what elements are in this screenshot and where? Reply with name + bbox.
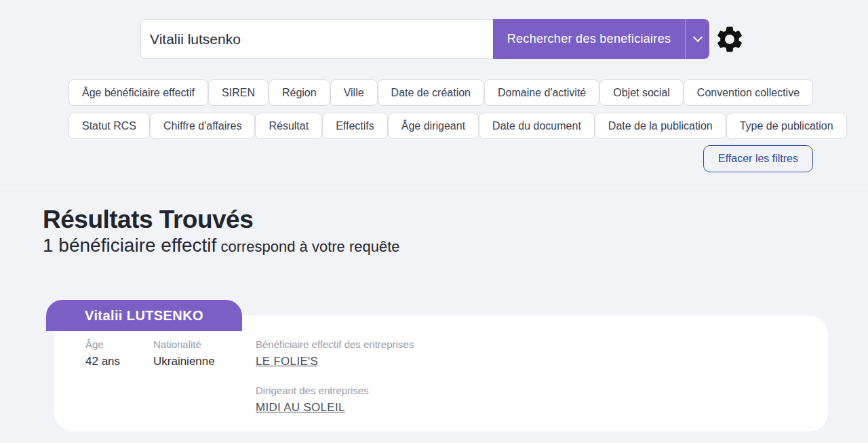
nationality-column: Nationalité Ukrainienne: [153, 339, 256, 431]
page: Rechercher des beneficiaires Âge bénéfic…: [0, 19, 868, 431]
director-of-label: Dirigeant des entreprises: [256, 385, 828, 396]
age-label: Âge: [85, 339, 153, 350]
age-value: 42 ans: [85, 355, 153, 368]
clear-filters-row: Effacer les filtres: [68, 145, 813, 172]
filter-row-1: Âge bénéficiaire effectifSIRENRégionVill…: [68, 79, 813, 106]
nationality-label: Nationalité: [153, 339, 256, 350]
beneficiary-of-label: Bénéficiaire effectif des entreprises: [256, 339, 828, 350]
company-link-le-folies[interactable]: LE FOLIE'S: [256, 355, 318, 368]
filter-chip-date-de-la-publication[interactable]: Date de la publication: [595, 113, 726, 139]
beneficiary-of-group: Bénéficiaire effectif des entreprises LE…: [256, 339, 828, 368]
results-count-suffix: correspond à votre requête: [216, 238, 399, 255]
results-subtitle: 1 bénéficiaire effectif correspond à vot…: [43, 235, 868, 256]
filter-chip-siren[interactable]: SIREN: [208, 79, 269, 106]
beneficiary-name-tab[interactable]: Vitalii LUTSENKO: [46, 300, 242, 331]
result-card-body: Âge 42 ans Nationalité Ukrainienne Bénéf…: [54, 315, 828, 431]
search-bar: Rechercher des beneficiaires: [140, 19, 868, 59]
section-divider: [0, 191, 868, 191]
filter-row-2: Statut RCSChiffre d'affairesRésultatEffe…: [68, 113, 813, 139]
filter-chip-region[interactable]: Région: [269, 79, 330, 106]
filter-chip-age-beneficiaire-effectif[interactable]: Âge bénéficiaire effectif: [68, 79, 208, 106]
filter-chip-convention-collective[interactable]: Convention collective: [684, 79, 813, 106]
clear-filters-button[interactable]: Effacer les filtres: [703, 145, 813, 172]
nationality-value: Ukrainienne: [153, 355, 256, 368]
beneficiary-name: Vitalii LUTSENKO: [85, 308, 203, 324]
filter-chip-type-de-publication[interactable]: Type de publication: [726, 113, 847, 139]
filter-chip-date-de-creation[interactable]: Date de création: [378, 79, 484, 106]
filters-panel: Âge bénéficiaire effectifSIRENRégionVill…: [68, 79, 813, 172]
results-count: 1 bénéficiaire effectif: [43, 235, 216, 256]
filter-chip-resultat[interactable]: Résultat: [255, 113, 322, 139]
search-input[interactable]: [140, 19, 493, 59]
filter-chip-age-dirigeant[interactable]: Âge dirigeant: [388, 113, 479, 139]
filter-chip-chiffre-d-affaires[interactable]: Chiffre d'affaires: [150, 113, 255, 139]
filter-chip-date-du-document[interactable]: Date du document: [479, 113, 595, 139]
settings-gear-icon[interactable]: [714, 24, 745, 55]
filter-chip-domaine-d-activite[interactable]: Domaine d'activité: [484, 79, 599, 106]
director-of-group: Dirigeant des entreprises MIDI AU SOLEIL: [256, 385, 828, 415]
chevron-down-icon: [692, 33, 702, 42]
company-link-midi-au-soleil[interactable]: MIDI AU SOLEIL: [256, 401, 345, 415]
filter-chip-objet-social[interactable]: Objet social: [599, 79, 684, 106]
search-dropdown-toggle[interactable]: [685, 19, 709, 59]
search-button[interactable]: Rechercher des beneficiaires: [493, 19, 685, 59]
filter-chip-statut-rcs[interactable]: Statut RCS: [68, 113, 150, 139]
filter-chip-ville[interactable]: Ville: [330, 79, 378, 106]
companies-column: Bénéficiaire effectif des entreprises LE…: [256, 339, 828, 431]
results-header: Résultats Trouvés 1 bénéficiaire effecti…: [43, 206, 868, 256]
result-card: Vitalii LUTSENKO Âge 42 ans Nationalité …: [46, 300, 828, 431]
results-title: Résultats Trouvés: [43, 206, 868, 233]
age-column: Âge 42 ans: [85, 339, 153, 431]
filter-chip-effectifs[interactable]: Effectifs: [322, 113, 388, 139]
